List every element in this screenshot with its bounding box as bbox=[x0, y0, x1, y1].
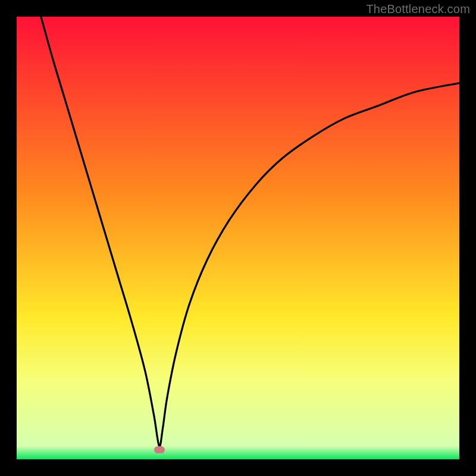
optimal-point-marker bbox=[154, 446, 165, 453]
bottleneck-chart bbox=[17, 17, 459, 459]
gradient-background bbox=[17, 17, 459, 459]
watermark-text: TheBottleneck.com bbox=[366, 2, 470, 16]
chart-frame bbox=[17, 17, 459, 459]
